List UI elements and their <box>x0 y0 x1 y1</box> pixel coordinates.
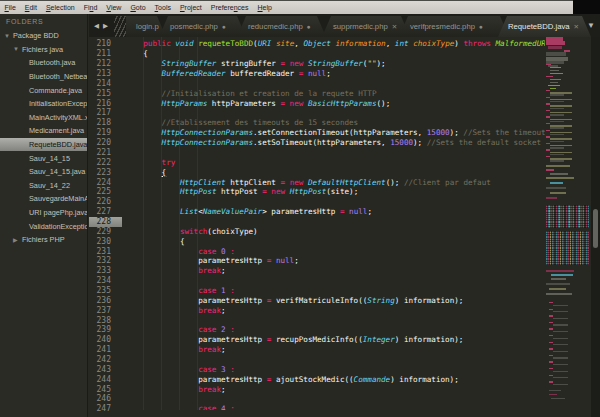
minimap-mark <box>550 141 564 142</box>
minimap-mark <box>549 288 566 290</box>
tab-label: login.p <box>136 22 159 31</box>
line-number: 232 <box>89 256 122 266</box>
minimap-mark <box>553 371 568 372</box>
line-number: 217 <box>89 108 122 118</box>
sidebar-item-label: Commande.java <box>29 86 82 95</box>
sidebar-item-bluetooth-netbea[interactable]: Bluetooth_Netbea <box>0 70 87 84</box>
minimap-mark <box>550 145 572 146</box>
code-line: public void requeteToBDD(URI site, Objec… <box>122 39 545 49</box>
scrollbar-track[interactable] <box>591 37 600 417</box>
tab-supprmedic-php[interactable]: supprmedic.php✕ <box>322 16 410 37</box>
code-line: StringBuffer stringBuffer = new StringBu… <box>122 59 545 69</box>
minimap-mark <box>551 398 565 399</box>
line-number: 228 <box>89 217 122 227</box>
minimap-mark <box>550 101 564 102</box>
tab-reducmedic-php[interactable]: reducmedic.php● <box>237 16 326 37</box>
tab-label: supprmedic.php <box>333 22 388 31</box>
minimap-mark <box>550 134 564 135</box>
line-number: 233 <box>89 266 122 276</box>
modified-dot-icon[interactable]: ● <box>222 23 226 30</box>
sidebar-item-bluetooth-java[interactable]: Bluetooth.java <box>0 56 87 70</box>
line-number: 222 <box>89 158 122 168</box>
minimap-mark <box>548 85 560 86</box>
menu-goto[interactable]: Goto <box>126 4 150 11</box>
sidebar-item-label: MainActivityXML.x <box>29 113 87 122</box>
tab-verifpresmedic-php[interactable]: verifpresmedic.php● <box>399 16 509 37</box>
minimap-mark <box>549 361 553 362</box>
code-line: switch(choixType) <box>122 227 545 237</box>
code-line: //Etablissement des timeouts de 15 secon… <box>122 118 545 128</box>
tab-label: RequeteBDD.java <box>508 22 570 31</box>
line-number: 229 <box>89 227 122 237</box>
sidebar-item-initialisationexcep[interactable]: InitialisationExcep <box>0 97 87 111</box>
menu-selection[interactable]: Selection <box>41 4 79 11</box>
minimap-mark <box>546 165 570 167</box>
minimap-mark <box>546 76 553 77</box>
tab-label: verifpresmedic.php <box>410 22 475 31</box>
menu-edit[interactable]: Edit <box>20 4 41 11</box>
menu-file[interactable]: File <box>0 4 20 11</box>
sidebar-item-uri-pagephp-java[interactable]: URI pagePhp.java <box>0 206 87 220</box>
sidebar-item-fichiers-php[interactable]: ▶Fichiers PHP <box>0 233 87 247</box>
minimap-mark <box>550 112 572 113</box>
menu-project[interactable]: Project <box>175 4 206 11</box>
sidebar-item-commande-java[interactable]: Commande.java <box>0 83 87 97</box>
modified-dot-icon[interactable]: ● <box>479 23 483 30</box>
menu-help[interactable]: Help <box>253 4 276 11</box>
tab-login-p[interactable]: login.p <box>126 16 166 37</box>
sidebar-item-fichiers-java[interactable]: ▼Fichiers java <box>0 43 87 57</box>
minimap-mark <box>553 305 568 306</box>
minimap-mark <box>553 357 568 358</box>
sidebar-item-sauvegardemaina[interactable]: SauvegardeMainA <box>0 192 87 206</box>
tab-scroll-left-icon[interactable]: ◀ <box>94 22 99 30</box>
close-icon[interactable]: ✕ <box>392 23 397 31</box>
sidebar-item-sauv-14-15-java[interactable]: Sauv_14_15.java <box>0 165 87 179</box>
tab-overflow-icon[interactable]: ▼ <box>587 21 595 30</box>
chevron-right-icon[interactable]: ▶ <box>13 236 22 243</box>
tab-scroll-right-icon[interactable]: ▶ <box>103 22 108 30</box>
line-number: 242 <box>89 355 122 365</box>
sidebar-item-requetebdd-java[interactable]: RequeteBDD.java <box>0 138 87 152</box>
minimap-mark <box>550 154 564 155</box>
modified-dot-icon[interactable]: ● <box>307 23 311 30</box>
minimap-mark <box>553 331 568 332</box>
minimap-mark <box>550 73 563 74</box>
sidebar-item-label: Sauv_14_22 <box>29 181 70 190</box>
code-line: break; <box>122 385 545 395</box>
code-line <box>122 108 545 118</box>
line-number: 234 <box>89 276 122 286</box>
line-number: 245 <box>89 385 122 395</box>
sidebar-item-mainactivityxml-x[interactable]: MainActivityXML.x <box>0 111 87 125</box>
code-area[interactable]: 2092102112122132142152162172182192202212… <box>89 37 600 417</box>
tab-posmedic-php[interactable]: posmedic.php● <box>159 16 246 37</box>
chevron-down-icon[interactable]: ▼ <box>13 46 22 52</box>
chevron-down-icon[interactable]: ▼ <box>4 33 13 39</box>
sidebar-item-medicament-java[interactable]: Medicament.java <box>0 124 87 138</box>
code-lines[interactable]: public void requeteToBDD(URI site, Objec… <box>122 37 545 410</box>
minimap-mark <box>550 67 561 68</box>
scrollbar-thumb[interactable] <box>593 209 598 248</box>
close-icon[interactable]: ✕ <box>574 23 579 31</box>
code-line: case 3 : <box>122 365 545 375</box>
code-line: case 1 : <box>122 286 545 296</box>
menu-preferences[interactable]: Preferences <box>206 4 253 11</box>
minimap[interactable] <box>545 37 591 417</box>
line-number: 231 <box>89 247 122 257</box>
menu-tools[interactable]: Tools <box>150 4 175 11</box>
minimap-mark <box>546 64 551 65</box>
minimap-mark <box>549 302 553 303</box>
menu-find[interactable]: Find <box>79 4 102 11</box>
menu-view[interactable]: View <box>102 4 126 11</box>
sidebar-item-sauv-14-15[interactable]: Sauv_14_15 <box>0 151 87 165</box>
code-line: break; <box>122 306 545 316</box>
minimap-mark <box>550 92 572 93</box>
sidebar-item-package-bdd[interactable]: ▼Package BDD <box>0 29 87 43</box>
sidebar-item-label: URI pagePhp.java <box>29 208 87 217</box>
tab-requetebdd-java[interactable]: RequeteBDD.java✕ <box>498 16 591 37</box>
tab-label: posmedic.php <box>170 22 218 31</box>
minimap-mark <box>546 116 550 117</box>
sidebar-item-sauv-14-22[interactable]: Sauv_14_22 <box>0 179 87 193</box>
minimap-mark <box>546 103 550 104</box>
minimap-mark <box>546 37 563 41</box>
sidebar-item-validationexceptio[interactable]: ValidationExceptio <box>0 219 87 233</box>
